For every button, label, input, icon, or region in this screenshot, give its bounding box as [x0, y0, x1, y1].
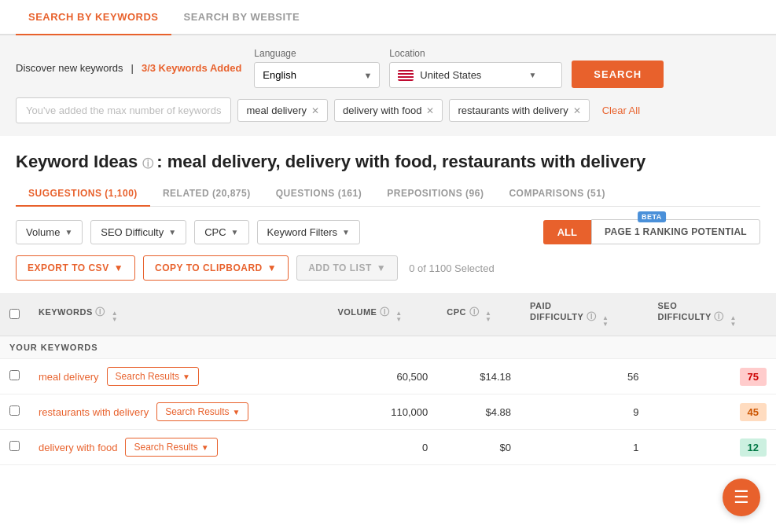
keywords-table-wrapper: KEYWORDS ⓘ ▲ ▼ VOLUME ⓘ ▲ ▼	[0, 293, 776, 465]
paid-diff-header-label: PAIDDIFFICULTY	[530, 301, 583, 321]
filter-tab-prepositions[interactable]: PREPOSITIONS (96)	[374, 182, 496, 207]
row3-checkbox-cell	[0, 430, 29, 465]
cpc-filter[interactable]: CPC ▼	[194, 220, 248, 244]
section-label: YOUR KEYWORDS	[9, 343, 98, 352]
cpc-info-icon[interactable]: ⓘ	[469, 306, 482, 317]
volume-filter[interactable]: Volume ▼	[16, 220, 83, 244]
ideas-title-suffix: : meal delivery, delivery with food, res…	[156, 152, 645, 171]
filter-tab-suggestions[interactable]: SUGGESTIONS (1,100)	[16, 182, 150, 207]
row3-keyword-col: delivery with food Search Results ▼	[39, 438, 318, 457]
volume-sort[interactable]: ▲ ▼	[395, 310, 402, 323]
row2-volume: 110,000	[328, 394, 437, 430]
location-field: Location United States ▼	[389, 48, 562, 88]
keywords-sort[interactable]: ▲ ▼	[112, 310, 118, 323]
toggle-all-button[interactable]: ALL	[543, 220, 591, 244]
ideas-title-prefix: Keyword Ideas	[16, 152, 138, 171]
volume-header-label: VOLUME	[337, 307, 377, 317]
row1-keyword-col: meal delivery Search Results ▼	[39, 367, 318, 386]
keyword-filters-label: Keyword Filters	[267, 226, 338, 238]
paid-diff-info-icon[interactable]: ⓘ	[587, 311, 599, 322]
toggle-p1-button[interactable]: PAGE 1 RANKING POTENTIAL	[591, 219, 760, 244]
row2-paid-diff: 9	[520, 394, 648, 430]
ideas-info-icon[interactable]: ⓘ	[142, 157, 156, 170]
copy-clipboard-label: COPY TO CLIPBOARD	[155, 262, 263, 273]
nav-tabs: SEARCH BY KEYWORDS SEARCH BY WEBSITE	[0, 0, 776, 35]
volume-info-icon[interactable]: ⓘ	[380, 306, 392, 317]
location-select-display[interactable]: United States ▼	[389, 62, 562, 88]
select-all-checkbox[interactable]	[9, 309, 20, 319]
row2-search-results-label: Search Results	[165, 406, 229, 417]
row2-search-results-btn[interactable]: Search Results ▼	[156, 402, 248, 421]
row3-search-results-arrow: ▼	[201, 443, 209, 452]
language-select[interactable]: English	[254, 62, 380, 88]
filter-tabs: SUGGESTIONS (1,100) RELATED (20,875) QUE…	[16, 182, 760, 207]
separator: |	[131, 62, 134, 74]
row2-keyword-link[interactable]: restaurants with delivery	[39, 406, 149, 418]
keywords-info-icon[interactable]: ⓘ	[95, 306, 108, 317]
table-body: YOUR KEYWORDS meal delivery Search Resul…	[0, 336, 776, 465]
clear-all-link[interactable]: Clear All	[602, 105, 640, 116]
row1-seo-diff: 75	[649, 359, 777, 394]
paid-diff-sort-dn: ▼	[602, 321, 609, 328]
your-keywords-section: YOUR KEYWORDS	[0, 336, 776, 359]
tag-remove-1[interactable]: ✕	[426, 105, 434, 116]
row2-search-results-arrow: ▼	[233, 408, 241, 416]
row2-seo-diff: 45	[649, 394, 777, 430]
controls-row: Volume ▼ SEO Difficulty ▼ CPC ▼ Keyword …	[16, 219, 760, 244]
row1-checkbox-cell	[0, 359, 29, 394]
filter-tab-comparisons[interactable]: COMPARISONS (51)	[496, 182, 617, 207]
row1-search-results-btn[interactable]: Search Results ▼	[107, 367, 199, 386]
filter-tab-questions[interactable]: QUESTIONS (161)	[263, 182, 375, 207]
tab-search-website[interactable]: SEARCH BY WEBSITE	[171, 0, 313, 35]
cpc-sort-dn: ▼	[485, 317, 491, 323]
language-field: Language English ▼	[254, 48, 380, 88]
table-header: KEYWORDS ⓘ ▲ ▼ VOLUME ⓘ ▲ ▼	[0, 293, 776, 336]
keyword-tag-0: meal delivery ✕	[237, 99, 328, 122]
keyword-tags: meal delivery ✕ delivery with food ✕ res…	[237, 99, 640, 122]
row3-search-results-btn[interactable]: Search Results ▼	[125, 438, 217, 457]
copy-clipboard-button[interactable]: COPY TO CLIPBOARD ▼	[143, 255, 289, 281]
export-csv-label: EXPORT TO CSV	[28, 262, 109, 273]
row2-cpc: $4.88	[437, 394, 520, 430]
paid-diff-sort[interactable]: ▲ ▼	[602, 315, 609, 328]
selected-count: 0 of 1100 Selected	[409, 262, 494, 274]
row2-checkbox-cell	[0, 394, 29, 430]
row3-checkbox[interactable]	[9, 441, 20, 451]
search-button[interactable]: SEARCH	[572, 61, 664, 88]
filter-tab-related[interactable]: RELATED (20,875)	[150, 182, 263, 207]
row1-checkbox[interactable]	[9, 370, 20, 380]
row1-keyword-link[interactable]: meal delivery	[39, 371, 99, 383]
add-to-list-arrow: ▼	[377, 262, 386, 273]
tag-remove-2[interactable]: ✕	[573, 105, 581, 116]
export-csv-button[interactable]: EXPORT TO CSV ▼	[16, 255, 135, 281]
seo-diff-sort[interactable]: ▲ ▼	[730, 315, 737, 328]
row3-keyword-link[interactable]: delivery with food	[39, 442, 117, 453]
keyword-tag-2: restaurants with delivery ✕	[449, 99, 589, 122]
location-arrow: ▼	[528, 71, 536, 79]
keyword-input[interactable]: You've added the max number of keywords	[16, 97, 231, 123]
seo-difficulty-filter[interactable]: SEO Difficulty ▼	[90, 220, 186, 244]
cpc-label: CPC	[204, 226, 226, 238]
keyword-tag-label-2: restaurants with delivery	[458, 105, 568, 116]
row2-keyword-cell: restaurants with delivery Search Results…	[29, 394, 328, 430]
seo-diff-info-icon[interactable]: ⓘ	[714, 311, 726, 322]
tab-search-keywords[interactable]: SEARCH BY KEYWORDS	[16, 0, 171, 35]
th-checkbox	[0, 293, 29, 336]
keywords-sort-dn: ▼	[112, 317, 118, 323]
add-to-list-button[interactable]: ADD TO LIST ▼	[296, 255, 398, 281]
row1-search-results-label: Search Results	[116, 371, 179, 382]
row3-seo-badge: 12	[740, 438, 767, 457]
keyword-tag-label-0: meal delivery	[246, 105, 307, 116]
keyword-filters[interactable]: Keyword Filters ▼	[257, 220, 360, 244]
export-csv-arrow: ▼	[114, 262, 123, 273]
tag-remove-0[interactable]: ✕	[311, 105, 319, 116]
row3-keyword-cell: delivery with food Search Results ▼	[29, 430, 328, 465]
ideas-title: Keyword Ideas ⓘ : meal delivery, deliver…	[16, 152, 760, 172]
row1-seo-badge: 75	[740, 368, 767, 386]
row1-paid-diff: 56	[520, 359, 648, 394]
row1-search-results-arrow: ▼	[182, 372, 190, 381]
row2-checkbox[interactable]	[9, 405, 20, 416]
seo-difficulty-label: SEO Difficulty	[101, 226, 164, 238]
keywords-header-label: KEYWORDS	[39, 307, 93, 317]
cpc-sort[interactable]: ▲ ▼	[485, 310, 491, 323]
